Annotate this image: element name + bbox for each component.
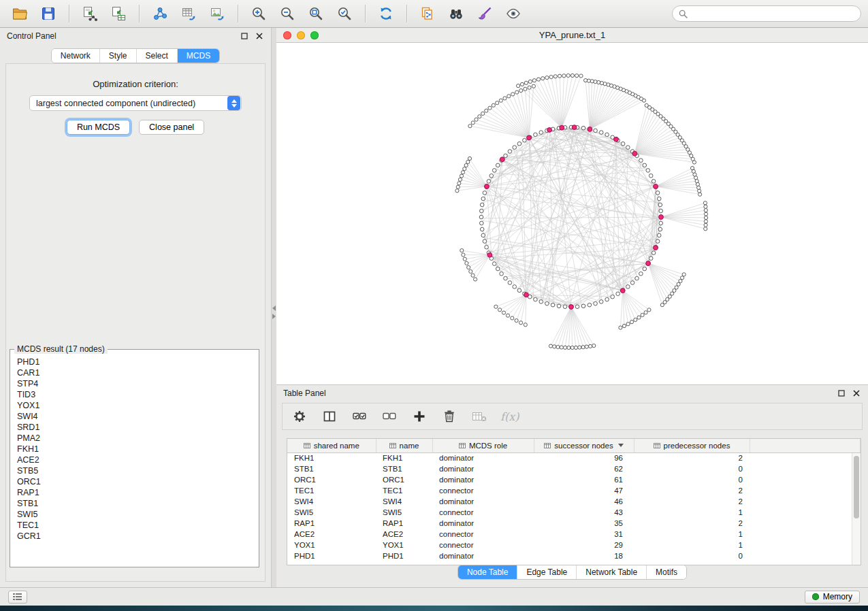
save-button[interactable] (35, 3, 61, 24)
column-header-shared-name[interactable]: shared name (287, 439, 376, 452)
apply-layout-button[interactable] (373, 3, 399, 24)
unselect-all-columns-button[interactable] (381, 408, 398, 425)
mcds-result-item[interactable]: SWI4 (13, 411, 256, 422)
table-row[interactable]: ORC1 ORC1 dominator 61 0 (287, 474, 861, 485)
import-network-button[interactable] (77, 3, 103, 24)
table-row[interactable]: RAP1 RAP1 dominator 35 2 (287, 518, 861, 529)
table-row[interactable]: YOX1 YOX1 connector 29 1 (287, 540, 861, 550)
task-history-button[interactable] (8, 591, 27, 604)
cell-mcds-role: dominator (432, 463, 534, 474)
delete-table-icon (472, 410, 487, 423)
network-canvas[interactable] (276, 43, 868, 384)
paint-style-button[interactable] (472, 3, 498, 24)
network-graph[interactable] (276, 43, 868, 384)
column-header-name[interactable]: name (376, 439, 432, 452)
export-table-button[interactable] (176, 3, 202, 24)
mcds-result-item[interactable]: SRD1 (13, 422, 256, 433)
cell-predecessor-nodes: 1 (634, 540, 750, 550)
tab-mcds[interactable]: MCDS (178, 49, 219, 63)
cell-successor-nodes: 29 (534, 540, 634, 550)
close-table-panel-button[interactable] (852, 389, 861, 398)
show-details-button[interactable] (500, 3, 526, 24)
column-header-predecessor-nodes[interactable]: predecessor nodes (634, 439, 750, 452)
table-row[interactable]: PHD1 PHD1 dominator 18 0 (287, 550, 861, 561)
mcds-result-item[interactable]: SWI5 (13, 509, 256, 520)
tab-node-table[interactable]: Node Table (458, 565, 518, 579)
tab-network-table[interactable]: Network Table (577, 565, 647, 579)
export-image-button[interactable] (204, 3, 230, 24)
table-row[interactable]: SWI5 SWI5 connector 43 1 (287, 507, 861, 518)
tab-select[interactable]: Select (137, 49, 178, 63)
tab-edge-table[interactable]: Edge Table (517, 565, 577, 579)
float-table-panel-button[interactable] (837, 389, 846, 398)
mcds-result-item[interactable]: PHD1 (13, 357, 256, 367)
paintbrush-icon (477, 5, 493, 22)
function-builder-button-disabled[interactable]: f(x) (500, 408, 519, 425)
mcds-result-item[interactable]: TEC1 (13, 520, 256, 531)
mcds-result-item[interactable]: ACE2 (13, 455, 256, 465)
network-window-title: YPA_prune.txt_1 (276, 30, 868, 40)
close-panel-action-button[interactable]: Close panel (139, 120, 204, 135)
first-neighbors-button[interactable] (443, 3, 469, 24)
collapse-left-icon[interactable] (272, 306, 276, 311)
delete-table-button-disabled[interactable] (470, 408, 488, 425)
select-all-columns-button[interactable] (351, 408, 368, 425)
tab-network[interactable]: Network (52, 49, 100, 63)
memory-button[interactable]: Memory (805, 591, 860, 604)
column-header-successor-nodes[interactable]: successor nodes (534, 439, 634, 452)
cell-shared-name: PHD1 (287, 550, 376, 561)
create-column-button[interactable] (411, 408, 428, 425)
zoom-in-button[interactable] (246, 3, 272, 24)
zoom-out-button[interactable] (274, 3, 300, 24)
cell-predecessor-nodes: 1 (634, 507, 750, 518)
expand-right-icon[interactable] (272, 314, 276, 319)
toolbar-separator (69, 5, 69, 22)
close-panel-button[interactable] (255, 31, 264, 41)
gear-icon (293, 410, 306, 423)
tab-motifs[interactable]: Motifs (647, 565, 686, 579)
mcds-result-item[interactable]: ORC1 (13, 476, 256, 487)
new-network-button[interactable] (147, 3, 173, 24)
mcds-result-item[interactable]: FKH1 (13, 444, 256, 455)
memory-status-icon (812, 593, 819, 600)
table-row[interactable]: SWI4 SWI4 dominator 46 2 (287, 496, 861, 507)
task-list-icon (13, 593, 22, 601)
run-mcds-button[interactable]: Run MCDS (67, 120, 130, 135)
import-table-button[interactable] (106, 3, 131, 24)
mcds-result-item[interactable]: YOX1 (13, 400, 256, 411)
float-panel-button[interactable] (240, 31, 249, 41)
cell-successor-nodes: 31 (534, 529, 634, 540)
mcds-result-item[interactable]: STP4 (13, 378, 256, 389)
delete-column-button[interactable] (440, 408, 458, 425)
search-input[interactable] (692, 9, 854, 18)
panel-splitter[interactable] (272, 28, 276, 587)
copy-network-button[interactable] (415, 3, 440, 24)
cell-name: RAP1 (376, 518, 432, 529)
scrollbar-thumb[interactable] (854, 456, 859, 518)
mcds-result-item[interactable]: GCR1 (13, 531, 256, 542)
table-row[interactable]: STB1 STB1 dominator 62 0 (287, 463, 861, 474)
table-scrollbar[interactable] (852, 453, 861, 565)
tab-style[interactable]: Style (100, 49, 137, 63)
show-columns-button[interactable] (321, 408, 338, 425)
zoom-out-icon (279, 5, 295, 22)
table-settings-button[interactable] (291, 408, 308, 425)
mcds-result-item[interactable]: STB1 (13, 498, 256, 509)
table-panel-title: Table Panel (283, 389, 326, 398)
zoom-fit-button[interactable] (303, 3, 329, 24)
open-file-button[interactable] (7, 3, 33, 24)
chevron-up-icon (231, 99, 237, 103)
table-row[interactable]: TEC1 TEC1 connector 47 2 (287, 485, 861, 496)
criterion-dropdown[interactable]: largest connected component (undirected) (29, 95, 242, 111)
mcds-result-item[interactable]: TID3 (13, 389, 256, 400)
column-header-mcds-role[interactable]: MCDS role (432, 439, 534, 452)
table-row[interactable]: ACE2 ACE2 connector 31 1 (287, 529, 861, 540)
mcds-result-item[interactable]: PMA2 (13, 433, 256, 444)
table-row[interactable]: FKH1 FKH1 dominator 96 2 (287, 452, 861, 463)
mcds-result-item[interactable]: RAP1 (13, 487, 256, 498)
cell-successor-nodes: 47 (534, 485, 634, 496)
zoom-selected-button[interactable] (332, 3, 357, 24)
mcds-result-item[interactable]: STB5 (13, 465, 256, 476)
search-box[interactable] (672, 5, 861, 22)
mcds-result-item[interactable]: CAR1 (13, 367, 256, 378)
